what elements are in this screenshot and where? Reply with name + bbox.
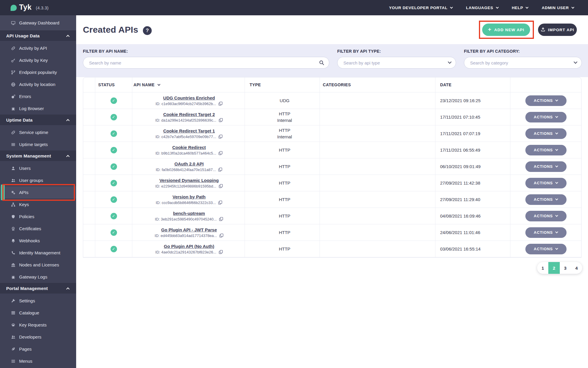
api-id: ID: 4ae0dc21a29143267bf823e26... [155,250,223,254]
api-name-link[interactable]: Go Plugin API - JWT Parse [161,227,217,232]
sidebar-item-webhooks[interactable]: Webhooks [0,235,76,247]
actions-button[interactable]: ACTIONS [525,178,567,188]
filter-select-filter-by-api-category[interactable]: Search by category [464,57,582,69]
status-cell: ✓ [95,92,132,109]
sidebar-item-label: Certificates [19,226,41,231]
filter-select-filter-by-api-type[interactable]: Search by api type [337,57,456,69]
topbar-menu-help[interactable]: HELP [512,6,528,10]
sidebar-item-keys[interactable]: Keys [0,198,76,210]
api-name-link[interactable]: Go Plugin API (No Auth) [164,244,214,249]
api-name-link[interactable]: Version by Path [173,194,206,199]
actions-button[interactable]: ACTIONS [525,211,567,221]
copy-icon[interactable] [218,168,222,172]
sidebar-item-service-uptime[interactable]: Service uptime [0,126,76,138]
search-icon[interactable] [319,60,324,65]
topbar-menu-admin-user[interactable]: ADMIN USER [542,6,574,10]
sidebar-item-developers[interactable]: Developers [0,331,76,343]
api-id: ID: c1e983ac96f04cb2745b3962b... [156,102,223,106]
sidebar-item-settings[interactable]: Settings [0,295,76,307]
sidebar-section-portal-management[interactable]: Portal Management [0,283,76,294]
link-icon [11,130,16,135]
sidebar-item-policies[interactable]: Policies [0,210,76,223]
copy-icon[interactable] [218,200,222,205]
actions-button[interactable]: ACTIONS [525,227,567,238]
api-name-link[interactable]: UDG Countries Enriched [163,95,215,100]
categories-cell [320,241,435,257]
actions-button[interactable]: ACTIONS [525,145,567,155]
sidebar-item-errors[interactable]: Errors [0,90,76,102]
sidebar-item-uptime-targets[interactable]: Uptime targets [0,138,76,150]
sidebar-item-catalogue[interactable]: Catalogue [0,307,76,319]
page-1[interactable]: 1 [537,262,548,274]
actions-button[interactable]: ACTIONS [525,128,567,139]
tyk-brand[interactable]: Tyk (4.3.3) [11,4,49,11]
copy-icon[interactable] [219,217,223,221]
sidebar-item-gateway-logs[interactable]: Gateway Logs [0,271,76,283]
sidebar-section-uptime-data[interactable]: Uptime Data [0,115,76,125]
actions-button[interactable]: ACTIONS [525,112,567,122]
status-active-icon: ✓ [111,147,117,153]
sidebar-item-user-groups[interactable]: User groups [0,174,76,186]
date-cell: 17/11/2021 07:07:19 [435,125,510,142]
copy-icon[interactable] [219,184,223,188]
help-icon[interactable]: ? [143,26,152,35]
actions-button-label: ACTIONS [534,181,553,185]
actions-button[interactable]: ACTIONS [525,194,567,205]
branch-icon [11,70,16,75]
sidebar-item-activity-by-key[interactable]: Activity by Key [0,54,76,66]
api-name-link[interactable]: Cookie Redirect [172,145,206,150]
api-name-search-box[interactable] [83,57,329,69]
topbar-menu-label: ADMIN USER [542,6,569,10]
api-name-link[interactable]: OAuth 2.0 API [174,161,203,166]
api-name-link[interactable]: Cookie Redirect Target 1 [163,128,215,133]
sidebar-item-activity-by-api[interactable]: Activity by API [0,42,76,54]
actions-button[interactable]: ACTIONS [525,244,567,254]
api-name-link[interactable]: Cookie Redirect Target 2 [163,112,215,117]
filter-label: FILTER BY API TYPE: [337,49,456,54]
sort-chevron-icon[interactable] [157,83,160,86]
topbar-menu-your-developer-portal[interactable]: YOUR DEVELOPER PORTAL [389,6,452,10]
sidebar-item-pages[interactable]: Pages [0,343,76,355]
page-title: Created APIs [83,25,138,35]
page-4[interactable]: 4 [571,262,582,274]
table-row: ✓Cookie Redirect Target 2ID: da1a299e142… [83,109,581,125]
type-cell: HTTP [245,208,320,224]
type-cell: HTTP [245,158,320,175]
chevron-down-icon [555,198,558,200]
page-2[interactable]: 2 [548,262,559,274]
add-new-api-button[interactable]: + ADD NEW API [482,24,530,36]
api-name-link[interactable]: bench-uptream [173,211,205,216]
topbar-menu-languages[interactable]: LANGUAGES [466,6,498,10]
actions-button[interactable]: ACTIONS [525,95,567,106]
sidebar-item-identity-management[interactable]: Identity Management [0,247,76,259]
sidebar-item-label: Keys [19,202,29,207]
api-name-link[interactable]: Versioned Dynamic Looping [159,178,219,183]
sidebar-item-log-browser[interactable]: Log Browser [0,102,76,115]
sidebar-item-gateway-dashboard[interactable]: Gateway Dashboard [0,15,76,30]
sidebar-item-certificates[interactable]: Certificates [0,223,76,235]
copy-icon[interactable] [218,151,223,155]
sidebar-item-apis[interactable]: APIs [0,186,76,198]
actions-button-label: ACTIONS [534,148,553,152]
sidebar-section-api-usage-data[interactable]: API Usage Data [0,30,76,41]
sidebar-item-nodes-and-licenses[interactable]: Nodes and Licenses [0,259,76,271]
chevron-up-icon [66,119,69,122]
sidebar-section-system-management[interactable]: System Management [0,150,76,161]
sidebar-item-key-requests[interactable]: Key Requests [0,319,76,331]
copy-icon[interactable] [219,118,223,122]
topbar-menu-label: YOUR DEVELOPER PORTAL [389,6,447,10]
actions-button[interactable]: ACTIONS [525,161,567,172]
copy-icon[interactable] [219,250,223,254]
sidebar-item-users[interactable]: Users [0,162,76,174]
sidebar-item-activity-by-location[interactable]: Activity by location [0,78,76,90]
import-api-button[interactable]: IMPORT API [538,24,577,36]
type-line: HTTP [279,147,290,153]
column-header-api-name[interactable]: API NAME [132,77,245,92]
copy-icon[interactable] [219,233,223,238]
page-3[interactable]: 3 [560,262,571,274]
sidebar-item-menus[interactable]: Menus [0,355,76,367]
search-input[interactable] [89,60,323,65]
sidebar-item-endpoint-popularity[interactable]: Endpoint popularity [0,66,76,78]
copy-icon[interactable] [218,135,223,139]
copy-icon[interactable] [218,102,223,106]
